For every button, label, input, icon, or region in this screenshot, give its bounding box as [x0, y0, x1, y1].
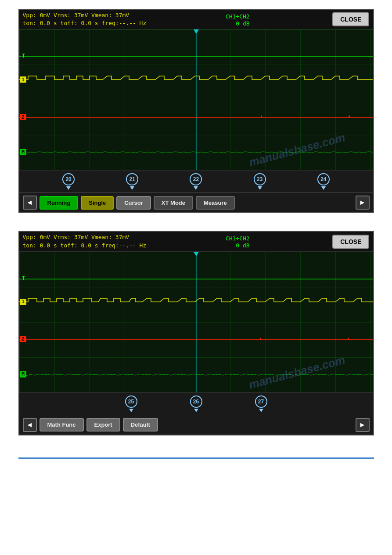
close-button-p2[interactable]: CLOSE [332, 235, 369, 249]
scope-screen-2: T 1 2 M manualsbase.com [19, 252, 373, 392]
callout-arrow-25 [129, 409, 133, 412]
trigger-tick-2 [194, 252, 199, 256]
db-label-p1: 0 dB [226, 20, 250, 27]
callout-arrow-23 [258, 186, 262, 190]
ch-info-2: CH1+CH2 0 dB [226, 234, 250, 249]
measurements-2: Vpp: 0mV Vrms: 37mV Vmean: 37mV ton: 0.0… [23, 233, 147, 249]
ch-label-p1: CH1+CH2 [226, 13, 250, 20]
svg-rect-3 [349, 116, 350, 117]
callout-arrow-24 [321, 186, 326, 190]
cursor-button[interactable]: Cursor [116, 196, 151, 210]
callout-circle-26: 26 [190, 395, 202, 408]
callout-circle-24: 24 [317, 173, 330, 185]
math-func-button[interactable]: Math Func [40, 418, 84, 432]
callout-row-2: 25 26 27 [19, 392, 373, 415]
math-label-2: M [20, 371, 26, 377]
callout-arrow-27 [259, 409, 263, 412]
scope-toolbar-1: ◄ Running Single Cursor XT Mode Measure … [19, 192, 373, 212]
oscilloscope-panel-2: Vpp: 0mV Vrms: 37mV Vmean: 37mV ton: 0.0… [18, 231, 374, 435]
nav-left-p2[interactable]: ◄ [23, 418, 37, 432]
callout-circle-22: 22 [190, 173, 202, 185]
svg-rect-2 [261, 116, 262, 117]
callout-circle-21: 21 [126, 173, 138, 185]
callout-circle-25: 25 [125, 395, 137, 408]
scope-svg-1 [19, 29, 373, 170]
callout-27: 27 [255, 395, 267, 412]
oscilloscope-panel-1: Vpp: 0mV Vrms: 37mV Vmean: 37mV ton: 0.0… [18, 9, 374, 213]
callout-24: 24 [317, 173, 330, 190]
callout-circle-20: 20 [62, 173, 75, 185]
scope-toolbar-2: ◄ Math Func Export Default ► [19, 415, 373, 435]
measurement-line1-p1: Vpp: 0mV Vrms: 37mV Vmean: 37mV [23, 11, 147, 19]
ch1-label-1: 1 [20, 76, 26, 83]
trigger-tick-1 [194, 29, 199, 34]
trigger-label-1: T [22, 52, 25, 59]
single-button[interactable]: Single [81, 196, 114, 210]
measurement-line2-p1: ton: 0.0 s toff: 0.0 s freq:--.-- Hz [23, 19, 147, 27]
scope-header-2: Vpp: 0mV Vrms: 37mV Vmean: 37mV ton: 0.0… [19, 232, 373, 251]
callout-arrow-20 [66, 186, 71, 190]
scope-screen-1: T 1 2 M manualsbase.com [19, 29, 373, 170]
nav-right-p2[interactable]: ► [356, 418, 370, 432]
callout-22: 22 [190, 173, 202, 190]
measurement-line2-p2: ton: 0.0 s toff: 0.0 s freq:--.-- Hz [23, 242, 147, 250]
xt-mode-button[interactable]: XT Mode [154, 196, 193, 210]
export-button[interactable]: Export [86, 418, 120, 432]
running-button[interactable]: Running [40, 196, 79, 210]
measure-button[interactable]: Measure [196, 196, 235, 210]
ch-label-p2: CH1+CH2 [226, 235, 250, 242]
default-button[interactable]: Default [123, 418, 158, 432]
callout-row-1: 20 21 22 23 24 [19, 170, 373, 192]
callout-21: 21 [126, 173, 138, 190]
nav-right-p1[interactable]: ► [356, 196, 370, 210]
scope-header-1: Vpp: 0mV Vrms: 37mV Vmean: 37mV ton: 0.0… [19, 10, 373, 29]
callout-arrow-21 [130, 186, 134, 190]
ch2-label-1: 2 [20, 114, 26, 120]
callout-circle-27: 27 [255, 395, 267, 408]
scope-svg-2 [19, 252, 373, 392]
callout-20: 20 [62, 173, 75, 190]
ch1-label-2: 1 [20, 299, 26, 305]
measurements-1: Vpp: 0mV Vrms: 37mV Vmean: 37mV ton: 0.0… [23, 11, 147, 27]
trigger-label-2: T [22, 275, 25, 281]
close-button-p1[interactable]: CLOSE [332, 12, 369, 26]
callout-23: 23 [254, 173, 266, 190]
ch2-label-2: 2 [20, 336, 26, 342]
callout-circle-23: 23 [254, 173, 266, 185]
db-label-p2: 0 dB [226, 242, 250, 249]
math-label-1: M [20, 149, 26, 155]
callout-arrow-22 [194, 186, 198, 190]
nav-left-p1[interactable]: ◄ [23, 196, 37, 210]
svg-rect-7 [348, 338, 349, 340]
bottom-blue-line [18, 457, 374, 459]
ch-info-1: CH1+CH2 0 dB [226, 12, 250, 27]
callout-26: 26 [190, 395, 202, 412]
svg-rect-6 [260, 338, 261, 340]
callout-25: 25 [125, 395, 137, 412]
callout-arrow-26 [194, 409, 198, 412]
measurement-line1-p2: Vpp: 0mV Vrms: 37mV Vmean: 37mV [23, 233, 147, 241]
